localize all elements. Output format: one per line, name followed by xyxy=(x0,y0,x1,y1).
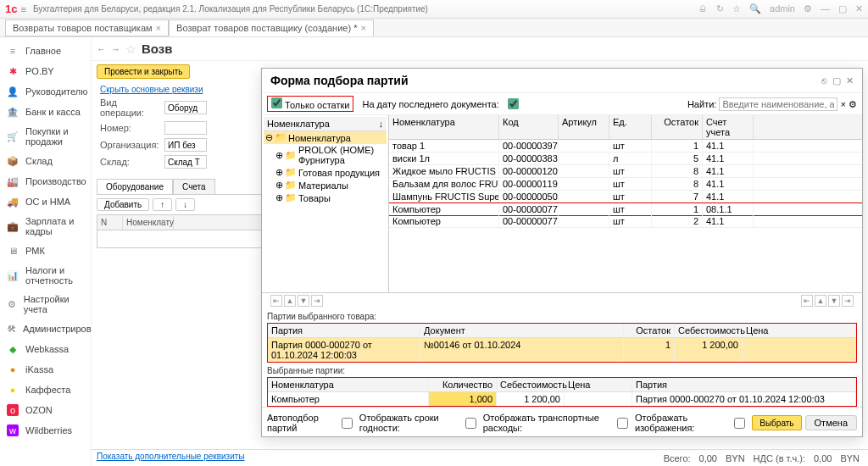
wb-icon: w xyxy=(7,424,19,436)
folder-icon: 📁 xyxy=(275,132,287,143)
sidebar-item-main[interactable]: ≡Главное xyxy=(0,41,91,61)
status-footer: Всего:0,00BYN НДС (в т.ч.):0,00BYN xyxy=(92,449,868,466)
grid-row[interactable]: Шампунь FRUCTIS Superfood Арбуз, 350 мл0… xyxy=(389,191,862,203)
modal-max-icon[interactable]: ▢ xyxy=(832,75,841,86)
maximize-icon[interactable]: ▢ xyxy=(838,3,847,14)
auto-check[interactable] xyxy=(342,418,353,429)
wallet-icon: 💼 xyxy=(7,220,19,232)
sidebar-item-ikassa[interactable]: ●iKassa xyxy=(0,359,91,380)
tab-returns-list[interactable]: Возвраты товаров поставщикам× xyxy=(5,19,169,36)
tree-node[interactable]: ⊕📁Материалы xyxy=(264,179,387,191)
wh-input[interactable] xyxy=(164,155,207,169)
star-icon[interactable]: ☆ xyxy=(732,3,741,14)
form-header: ← → ☆ Возв xyxy=(92,37,868,61)
trans-check[interactable] xyxy=(617,418,628,429)
sidebar-item-rmk[interactable]: 🖥РМК xyxy=(0,241,91,261)
up-button[interactable]: ↑ xyxy=(153,198,172,211)
sidebar-item-sales[interactable]: 🛒Покупки и продажи xyxy=(0,122,91,151)
modal-close-icon[interactable]: ✕ xyxy=(846,75,854,86)
sidebar-item-poby[interactable]: ✱PO.BY xyxy=(0,61,91,81)
sort-icon[interactable]: ↓ xyxy=(379,119,384,129)
report-icon: 📊 xyxy=(7,269,19,281)
tree-pager[interactable]: ⇤▲▼⇥ xyxy=(267,293,326,308)
close-icon[interactable]: × xyxy=(156,23,161,33)
grid-row[interactable]: виски 1л00-00000383л541.1 xyxy=(389,153,862,165)
org-input[interactable] xyxy=(164,138,207,152)
grid-row[interactable]: товар 100-00000397шт141.1 xyxy=(389,140,862,153)
close-icon[interactable]: ✕ xyxy=(855,3,863,14)
subtab-accounts[interactable]: Счета xyxy=(173,179,215,194)
modal-pin-icon[interactable]: ⎋ xyxy=(821,75,827,86)
tree-node[interactable]: ⊕📁Товары xyxy=(264,191,387,204)
sidebar-item-assets[interactable]: 🚚ОС и НМА xyxy=(0,191,91,212)
settings-icon[interactable]: ⚙ xyxy=(804,3,812,14)
fav-icon[interactable]: ☆ xyxy=(125,42,136,56)
sidebar-item-settings[interactable]: ⚙Настройки учета xyxy=(0,290,91,319)
sidebar-item-warehouse[interactable]: 📦Склад xyxy=(0,151,91,171)
minimize-icon[interactable]: — xyxy=(821,3,830,14)
exp-check[interactable] xyxy=(465,418,476,429)
down-button[interactable]: ↓ xyxy=(175,198,195,211)
sidebar-item-admin[interactable]: 🛠Администрирование xyxy=(0,319,91,339)
modal-body: Номенклатура↓ ⊖📁Номенклатура ⊕📁PROLOK (H… xyxy=(262,115,862,293)
last-doc-check[interactable] xyxy=(508,98,519,109)
ikassa-icon: ● xyxy=(7,363,19,375)
col-code: Код xyxy=(499,115,559,139)
sidebar-item-kaffesta[interactable]: ●Каффеста xyxy=(0,380,91,400)
tree-node[interactable]: ⊕📁Готовая продукция xyxy=(264,166,387,179)
back-icon[interactable]: ← xyxy=(97,44,106,54)
post-close-button[interactable]: Провести и закрыть xyxy=(97,64,190,79)
search-icon[interactable]: 🔍 xyxy=(749,3,761,14)
home-icon: ≡ xyxy=(7,45,19,57)
add-button[interactable]: Добавить xyxy=(97,198,149,211)
tree-node[interactable]: ⊖📁Номенклатура xyxy=(264,131,387,144)
subtab-equipment[interactable]: Оборудование xyxy=(97,179,173,194)
sidebar-item-ozon[interactable]: oOZON xyxy=(0,400,91,420)
forward-icon[interactable]: → xyxy=(111,44,120,54)
sidebar-item-tax[interactable]: 📊Налоги и отчетность xyxy=(0,261,91,290)
truck-icon: 🚚 xyxy=(7,196,19,208)
tree-node[interactable]: ⊕📁PROLOK (HOME) Фурнитура xyxy=(264,144,387,166)
items-grid[interactable]: Номенклатура Код Артикул Ед. Остаток Сче… xyxy=(389,115,862,292)
col-unit: Ед. xyxy=(609,115,652,139)
grid-pager[interactable]: ⇤▲▼⇥ xyxy=(798,293,857,308)
grid-row[interactable]: Компьютер00-00000077шт241.1 xyxy=(389,215,862,228)
titlebar: 1c ≡ Бухгалтерия для Беларуси, редакция … xyxy=(0,0,868,19)
selected-table[interactable]: НоменклатураКоличествоСебестоимостьЦенаП… xyxy=(267,377,857,407)
sidebar-item-salary[interactable]: 💼Зарплата и кадры xyxy=(0,212,91,241)
hide-link[interactable]: Скрыть основные реквизи xyxy=(100,85,203,94)
factory-icon: 🏭 xyxy=(7,175,19,187)
op-input[interactable] xyxy=(164,101,207,114)
sidebar-item-manager[interactable]: 👤Руководителю xyxy=(0,81,91,102)
settings-icon[interactable]: ⚙ xyxy=(849,99,857,109)
img-check[interactable] xyxy=(734,418,745,429)
clear-icon[interactable]: × xyxy=(841,99,846,109)
batch-picker-modal: Форма подбора партий ⎋ ▢ ✕ Только остатк… xyxy=(261,68,863,437)
cancel-button[interactable]: Отмена xyxy=(805,415,857,430)
col-acc: Счет учета xyxy=(703,115,754,139)
person-icon: 👤 xyxy=(7,86,19,97)
close-icon[interactable]: × xyxy=(360,23,365,33)
sidebar-item-production[interactable]: 🏭Производство xyxy=(0,171,91,191)
grid-row[interactable]: Компьютер00-00000077шт108.1.1 xyxy=(389,202,862,216)
grid-row[interactable]: Жидкое мыло FRUCTIS00-00000120шт841.1 xyxy=(389,165,862,178)
nomenclature-tree[interactable]: Номенклатура↓ ⊖📁Номенклатура ⊕📁PROLOK (H… xyxy=(262,115,389,292)
menu-icon[interactable]: ≡ xyxy=(20,4,25,14)
grid-row[interactable]: Бальзам для волос FRUCTIS Superfood Ар..… xyxy=(389,178,862,191)
tab-return-create[interactable]: Возврат товаров поставщику (создание) *× xyxy=(169,19,374,36)
history-icon[interactable]: ↻ xyxy=(716,3,724,14)
tools-icon: 🛠 xyxy=(7,323,16,335)
user-label[interactable]: admin xyxy=(770,3,795,14)
select-button[interactable]: Выбрать xyxy=(752,415,801,430)
sidebar-item-webkassa[interactable]: ◆Webkassa xyxy=(0,339,91,359)
only-rem-check[interactable] xyxy=(271,97,282,108)
folder-icon: 📁 xyxy=(285,167,297,178)
form-title: Возв xyxy=(142,42,172,56)
batches-table[interactable]: ПартияДокументОстатокСебестоимостьЦена П… xyxy=(267,323,857,363)
bell-icon[interactable]: 🕭 xyxy=(698,3,708,14)
sidebar-item-wb[interactable]: wWildberries xyxy=(0,420,91,441)
sidebar-item-bank[interactable]: 🏦Банк и касса xyxy=(0,102,91,122)
search-input[interactable] xyxy=(719,97,837,111)
bank-icon: 🏦 xyxy=(7,106,19,118)
num-input[interactable] xyxy=(164,121,207,135)
